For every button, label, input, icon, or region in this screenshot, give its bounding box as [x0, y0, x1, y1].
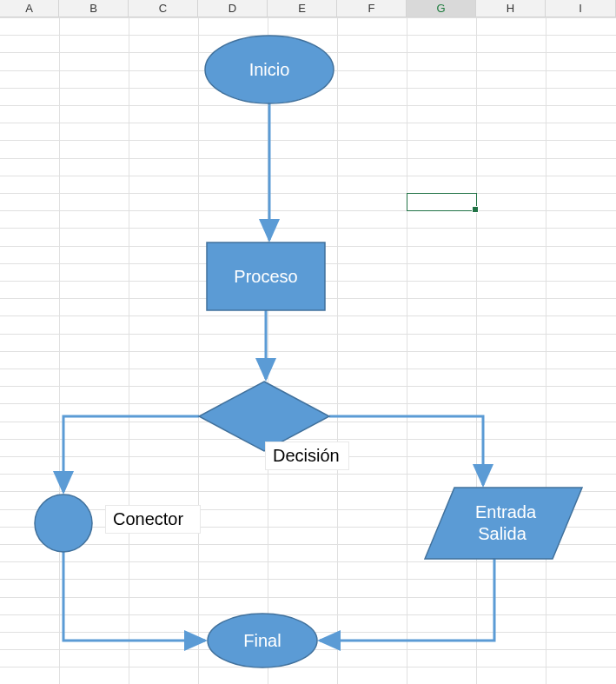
edge-conector-final	[63, 552, 205, 641]
shape-final[interactable]: Final	[208, 614, 317, 667]
shape-proceso[interactable]: Proceso	[207, 242, 325, 310]
shape-entrada-line2: Salida	[478, 524, 527, 543]
flowchart-canvas: Inicio Proceso Entrada Salida Final	[0, 0, 616, 684]
shape-decision[interactable]	[199, 382, 329, 451]
svg-marker-4	[425, 488, 582, 559]
edge-entrada-final	[320, 559, 494, 641]
edge-decision-entrada	[329, 416, 483, 485]
shape-inicio[interactable]: Inicio	[205, 36, 334, 103]
textbox-decision[interactable]: Decisión	[265, 442, 349, 470]
edge-decision-conector	[63, 416, 199, 492]
svg-marker-2	[199, 382, 329, 451]
shape-entrada-salida[interactable]: Entrada Salida	[425, 488, 582, 559]
shape-proceso-label: Proceso	[234, 267, 297, 286]
textbox-conector[interactable]: Conector	[105, 505, 201, 534]
shape-final-label: Final	[243, 631, 281, 650]
svg-point-3	[35, 495, 92, 552]
shape-inicio-label: Inicio	[249, 60, 290, 79]
shape-entrada-line1: Entrada	[475, 502, 537, 521]
shape-conector[interactable]	[35, 495, 92, 552]
